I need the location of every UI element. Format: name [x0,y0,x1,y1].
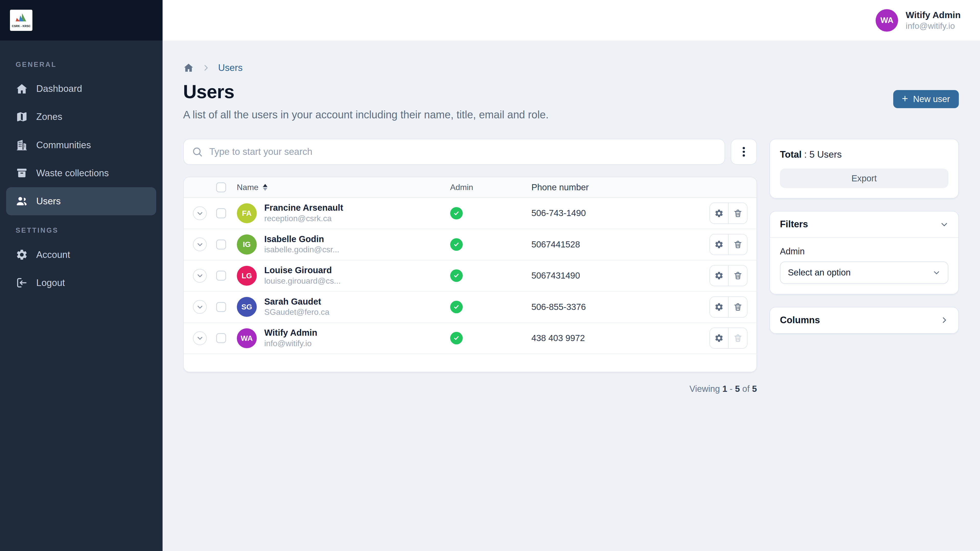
total-label: Total [780,149,802,160]
pagination-start: 1 [722,384,727,394]
chevron-down-icon [197,210,204,217]
user-phone: 506-855-3376 [531,302,710,312]
sidebar-item-users[interactable]: Users [6,187,156,215]
sidebar: CSRK - KRSC GENERAL Dashboard Zones [0,0,162,551]
table-options-button[interactable] [731,139,757,165]
sidebar-item-label: Users [36,196,61,206]
edit-user-button[interactable] [710,234,729,254]
row-expand-button[interactable] [193,269,207,283]
sidebar-item-dashboard[interactable]: Dashboard [6,75,156,103]
table-row: FA Francine Arsenault reception@csrk.ca … [184,198,756,229]
topbar-user-name: Witify Admin [906,10,961,21]
row-checkbox[interactable] [216,333,226,343]
gear-icon [714,302,724,312]
export-button[interactable]: Export [780,168,948,188]
row-checkbox[interactable] [216,208,226,218]
delete-user-button[interactable] [729,297,747,317]
pagination-end: 5 [735,384,740,394]
org-logo[interactable]: CSRK - KRSC [10,10,32,31]
gear-icon [714,333,724,343]
sidebar-item-label: Logout [36,278,65,288]
search-box [183,139,725,165]
delete-user-button[interactable] [729,234,747,254]
sort-icon[interactable] [263,184,267,191]
page-title: Users [183,81,549,103]
delete-user-button[interactable] [729,203,747,223]
columns-title: Columns [780,315,820,326]
row-checkbox[interactable] [216,302,226,312]
admin-filter-label: Admin [780,246,948,256]
sidebar-item-label: Dashboard [36,83,82,94]
sidebar-item-logout[interactable]: Logout [6,269,156,297]
new-user-button[interactable]: + New user [893,90,959,108]
edit-user-button[interactable] [710,265,729,286]
column-header-admin[interactable]: Admin [450,183,531,192]
kebab-menu-icon [743,147,745,149]
nav-section-general: GENERAL [0,61,162,68]
select-all-checkbox[interactable] [216,183,226,192]
trash-icon [733,209,743,218]
admin-filter-select[interactable]: Select an option [780,262,948,284]
filters-header[interactable]: Filters [770,211,958,238]
sidebar-item-label: Communities [36,140,91,151]
table-body: FA Francine Arsenault reception@csrk.ca … [184,198,756,354]
user-name: Isabelle Godin [264,234,339,245]
admin-check-icon [450,269,463,282]
delete-user-button[interactable] [729,265,747,286]
columns-card[interactable]: Columns [770,307,959,333]
sidebar-item-zones[interactable]: Zones [6,103,156,131]
topbar-avatar[interactable]: WA [876,9,898,32]
edit-user-button[interactable] [710,203,729,223]
chevron-right-icon [940,316,948,324]
user-phone: 5067441528 [531,240,710,249]
row-checkbox[interactable] [216,271,226,281]
map-icon [16,111,28,123]
sidebar-item-label: Waste collections [36,168,109,179]
logout-icon [16,276,28,289]
search-input[interactable] [209,146,716,157]
chevron-right-icon [202,64,210,72]
trash-icon [733,271,743,280]
edit-user-button[interactable] [710,297,729,317]
sidebar-nav: GENERAL Dashboard Zones [0,41,162,297]
breadcrumb-current[interactable]: Users [218,62,243,73]
user-phone: 438 403 9972 [531,333,710,343]
chevron-down-icon [197,272,204,279]
user-name: Witify Admin [264,327,317,338]
edit-user-button[interactable] [710,328,729,348]
plus-icon: + [902,94,908,104]
user-email: SGaudet@fero.ca [264,307,329,318]
filters-body: Admin Select an option [770,238,958,294]
user-name: Sarah Gaudet [264,297,329,307]
breadcrumb-home-icon[interactable] [183,62,194,73]
row-expand-button[interactable] [193,300,207,314]
total-card: Total : 5 Users Export [770,139,959,199]
side-panel: Total : 5 Users Export Filters Admin Se [770,139,959,333]
table-header-row: Name Admin Phone number [184,177,756,198]
admin-check-icon [450,332,463,345]
chevron-down-icon [197,241,204,248]
user-email: louise.girouard@cs... [264,276,340,286]
delete-user-button[interactable] [729,328,747,348]
table-row: SG Sarah Gaudet SGaudet@fero.ca 506-855-… [184,292,756,323]
avatar: SG [237,297,257,317]
row-checkbox[interactable] [216,240,226,249]
sidebar-item-label: Account [36,249,70,260]
sidebar-item-account[interactable]: Account [6,241,156,269]
admin-check-icon [450,301,463,313]
user-email: reception@csrk.ca [264,213,343,224]
gear-icon [714,240,724,249]
sidebar-item-waste-collections[interactable]: Waste collections [6,159,156,187]
user-name: Louise Girouard [264,265,340,276]
trash-icon [733,302,743,312]
gear-icon [16,248,28,261]
row-expand-button[interactable] [193,206,207,220]
column-header-phone[interactable]: Phone number [531,183,710,192]
sidebar-item-label: Zones [36,111,62,122]
column-header-name[interactable]: Name [237,183,259,192]
row-expand-button[interactable] [193,331,207,345]
row-expand-button[interactable] [193,238,207,251]
user-email: isabelle.godin@csr... [264,245,339,255]
sidebar-item-communities[interactable]: Communities [6,131,156,159]
main-content: Users Users A list of all the users in y… [162,41,980,551]
